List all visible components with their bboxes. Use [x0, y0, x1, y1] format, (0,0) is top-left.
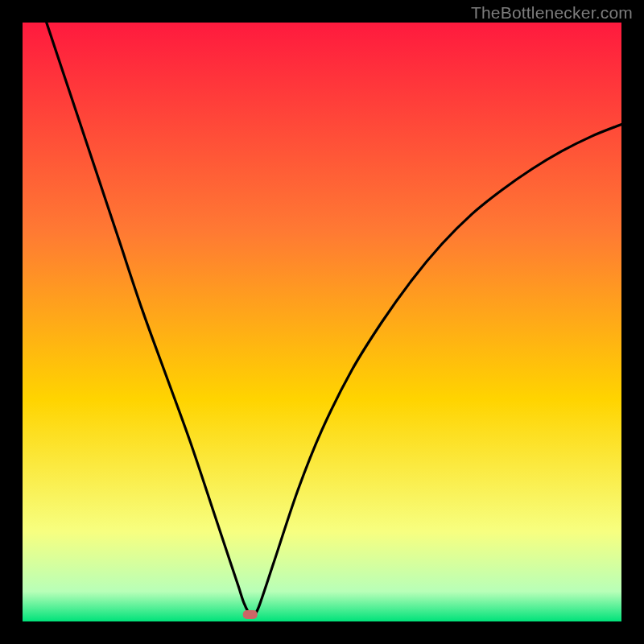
watermark-text: TheBottlenecker.com	[471, 3, 633, 23]
gradient-background	[23, 23, 621, 621]
chart-frame	[23, 23, 621, 621]
bottleneck-chart	[23, 23, 621, 621]
optimum-marker	[243, 610, 258, 619]
